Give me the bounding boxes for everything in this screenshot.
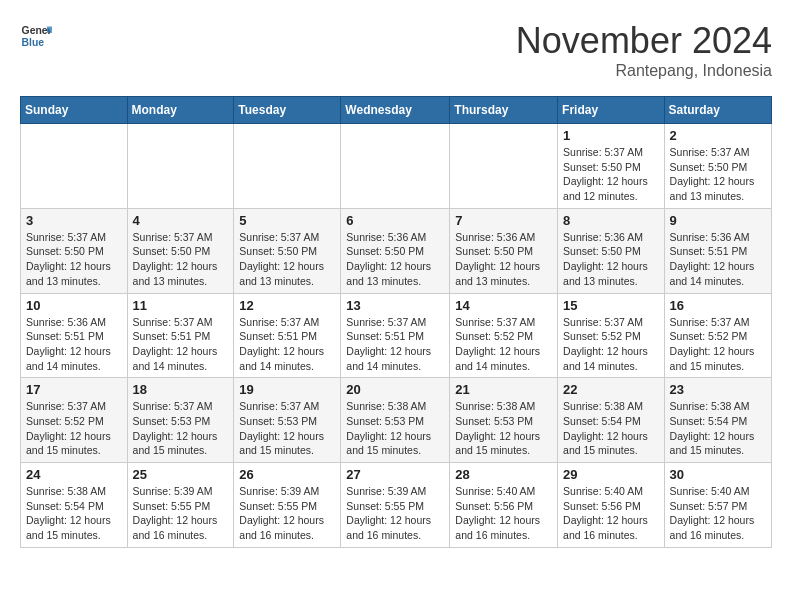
day-of-week-header: Wednesday: [341, 97, 450, 124]
calendar-cell: 24Sunrise: 5:38 AMSunset: 5:54 PMDayligh…: [21, 463, 128, 548]
day-number: 27: [346, 467, 444, 482]
day-number: 18: [133, 382, 229, 397]
day-info: Sunrise: 5:36 AMSunset: 5:50 PMDaylight:…: [346, 230, 444, 289]
day-number: 20: [346, 382, 444, 397]
day-number: 9: [670, 213, 766, 228]
calendar-cell: 28Sunrise: 5:40 AMSunset: 5:56 PMDayligh…: [450, 463, 558, 548]
calendar-cell: 22Sunrise: 5:38 AMSunset: 5:54 PMDayligh…: [558, 378, 665, 463]
day-of-week-header: Sunday: [21, 97, 128, 124]
day-of-week-header: Tuesday: [234, 97, 341, 124]
calendar-cell: 8Sunrise: 5:36 AMSunset: 5:50 PMDaylight…: [558, 208, 665, 293]
day-info: Sunrise: 5:36 AMSunset: 5:51 PMDaylight:…: [670, 230, 766, 289]
calendar-cell: [341, 124, 450, 209]
logo: General Blue: [20, 20, 52, 52]
day-number: 29: [563, 467, 659, 482]
day-number: 23: [670, 382, 766, 397]
day-info: Sunrise: 5:38 AMSunset: 5:53 PMDaylight:…: [346, 399, 444, 458]
day-number: 10: [26, 298, 122, 313]
calendar-cell: 25Sunrise: 5:39 AMSunset: 5:55 PMDayligh…: [127, 463, 234, 548]
day-of-week-header: Monday: [127, 97, 234, 124]
day-number: 30: [670, 467, 766, 482]
calendar-cell: 29Sunrise: 5:40 AMSunset: 5:56 PMDayligh…: [558, 463, 665, 548]
calendar-cell: 6Sunrise: 5:36 AMSunset: 5:50 PMDaylight…: [341, 208, 450, 293]
day-info: Sunrise: 5:37 AMSunset: 5:50 PMDaylight:…: [26, 230, 122, 289]
day-info: Sunrise: 5:38 AMSunset: 5:54 PMDaylight:…: [670, 399, 766, 458]
day-info: Sunrise: 5:39 AMSunset: 5:55 PMDaylight:…: [346, 484, 444, 543]
day-number: 3: [26, 213, 122, 228]
month-title: November 2024: [516, 20, 772, 62]
day-info: Sunrise: 5:37 AMSunset: 5:50 PMDaylight:…: [670, 145, 766, 204]
day-info: Sunrise: 5:37 AMSunset: 5:50 PMDaylight:…: [239, 230, 335, 289]
calendar-header: SundayMondayTuesdayWednesdayThursdayFrid…: [21, 97, 772, 124]
page-header: General Blue November 2024 Rantepang, In…: [20, 20, 772, 80]
day-number: 1: [563, 128, 659, 143]
day-info: Sunrise: 5:38 AMSunset: 5:54 PMDaylight:…: [563, 399, 659, 458]
calendar-table: SundayMondayTuesdayWednesdayThursdayFrid…: [20, 96, 772, 548]
calendar-cell: 11Sunrise: 5:37 AMSunset: 5:51 PMDayligh…: [127, 293, 234, 378]
day-number: 15: [563, 298, 659, 313]
calendar-cell: 3Sunrise: 5:37 AMSunset: 5:50 PMDaylight…: [21, 208, 128, 293]
calendar-cell: 1Sunrise: 5:37 AMSunset: 5:50 PMDaylight…: [558, 124, 665, 209]
day-info: Sunrise: 5:36 AMSunset: 5:50 PMDaylight:…: [455, 230, 552, 289]
day-number: 2: [670, 128, 766, 143]
calendar-cell: 2Sunrise: 5:37 AMSunset: 5:50 PMDaylight…: [664, 124, 771, 209]
day-number: 28: [455, 467, 552, 482]
day-number: 5: [239, 213, 335, 228]
day-info: Sunrise: 5:38 AMSunset: 5:54 PMDaylight:…: [26, 484, 122, 543]
day-number: 8: [563, 213, 659, 228]
day-info: Sunrise: 5:37 AMSunset: 5:50 PMDaylight:…: [133, 230, 229, 289]
day-info: Sunrise: 5:40 AMSunset: 5:56 PMDaylight:…: [455, 484, 552, 543]
day-number: 11: [133, 298, 229, 313]
day-info: Sunrise: 5:38 AMSunset: 5:53 PMDaylight:…: [455, 399, 552, 458]
calendar-cell: 27Sunrise: 5:39 AMSunset: 5:55 PMDayligh…: [341, 463, 450, 548]
calendar-cell: 4Sunrise: 5:37 AMSunset: 5:50 PMDaylight…: [127, 208, 234, 293]
title-section: November 2024 Rantepang, Indonesia: [516, 20, 772, 80]
calendar-cell: [234, 124, 341, 209]
location: Rantepang, Indonesia: [516, 62, 772, 80]
day-number: 13: [346, 298, 444, 313]
day-number: 16: [670, 298, 766, 313]
day-info: Sunrise: 5:37 AMSunset: 5:52 PMDaylight:…: [563, 315, 659, 374]
day-info: Sunrise: 5:37 AMSunset: 5:53 PMDaylight:…: [133, 399, 229, 458]
calendar-cell: 15Sunrise: 5:37 AMSunset: 5:52 PMDayligh…: [558, 293, 665, 378]
day-of-week-header: Thursday: [450, 97, 558, 124]
day-number: 4: [133, 213, 229, 228]
day-info: Sunrise: 5:36 AMSunset: 5:51 PMDaylight:…: [26, 315, 122, 374]
day-number: 24: [26, 467, 122, 482]
day-info: Sunrise: 5:39 AMSunset: 5:55 PMDaylight:…: [239, 484, 335, 543]
day-info: Sunrise: 5:40 AMSunset: 5:56 PMDaylight:…: [563, 484, 659, 543]
calendar-cell: 19Sunrise: 5:37 AMSunset: 5:53 PMDayligh…: [234, 378, 341, 463]
day-info: Sunrise: 5:37 AMSunset: 5:50 PMDaylight:…: [563, 145, 659, 204]
day-info: Sunrise: 5:37 AMSunset: 5:52 PMDaylight:…: [455, 315, 552, 374]
calendar-cell: 13Sunrise: 5:37 AMSunset: 5:51 PMDayligh…: [341, 293, 450, 378]
day-number: 6: [346, 213, 444, 228]
day-info: Sunrise: 5:37 AMSunset: 5:51 PMDaylight:…: [346, 315, 444, 374]
day-info: Sunrise: 5:37 AMSunset: 5:51 PMDaylight:…: [239, 315, 335, 374]
day-info: Sunrise: 5:36 AMSunset: 5:50 PMDaylight:…: [563, 230, 659, 289]
day-info: Sunrise: 5:39 AMSunset: 5:55 PMDaylight:…: [133, 484, 229, 543]
day-number: 14: [455, 298, 552, 313]
calendar-cell: 5Sunrise: 5:37 AMSunset: 5:50 PMDaylight…: [234, 208, 341, 293]
calendar-cell: 20Sunrise: 5:38 AMSunset: 5:53 PMDayligh…: [341, 378, 450, 463]
calendar-cell: 17Sunrise: 5:37 AMSunset: 5:52 PMDayligh…: [21, 378, 128, 463]
calendar-cell: 7Sunrise: 5:36 AMSunset: 5:50 PMDaylight…: [450, 208, 558, 293]
day-info: Sunrise: 5:37 AMSunset: 5:52 PMDaylight:…: [670, 315, 766, 374]
logo-icon: General Blue: [20, 20, 52, 52]
day-info: Sunrise: 5:40 AMSunset: 5:57 PMDaylight:…: [670, 484, 766, 543]
calendar-cell: 12Sunrise: 5:37 AMSunset: 5:51 PMDayligh…: [234, 293, 341, 378]
calendar-cell: 9Sunrise: 5:36 AMSunset: 5:51 PMDaylight…: [664, 208, 771, 293]
day-number: 26: [239, 467, 335, 482]
day-number: 19: [239, 382, 335, 397]
calendar-cell: 26Sunrise: 5:39 AMSunset: 5:55 PMDayligh…: [234, 463, 341, 548]
day-info: Sunrise: 5:37 AMSunset: 5:53 PMDaylight:…: [239, 399, 335, 458]
day-info: Sunrise: 5:37 AMSunset: 5:52 PMDaylight:…: [26, 399, 122, 458]
calendar-cell: 10Sunrise: 5:36 AMSunset: 5:51 PMDayligh…: [21, 293, 128, 378]
svg-text:Blue: Blue: [22, 37, 45, 48]
calendar-cell: 14Sunrise: 5:37 AMSunset: 5:52 PMDayligh…: [450, 293, 558, 378]
calendar-cell: [127, 124, 234, 209]
day-number: 7: [455, 213, 552, 228]
day-number: 12: [239, 298, 335, 313]
day-of-week-header: Saturday: [664, 97, 771, 124]
calendar-cell: 30Sunrise: 5:40 AMSunset: 5:57 PMDayligh…: [664, 463, 771, 548]
day-number: 25: [133, 467, 229, 482]
